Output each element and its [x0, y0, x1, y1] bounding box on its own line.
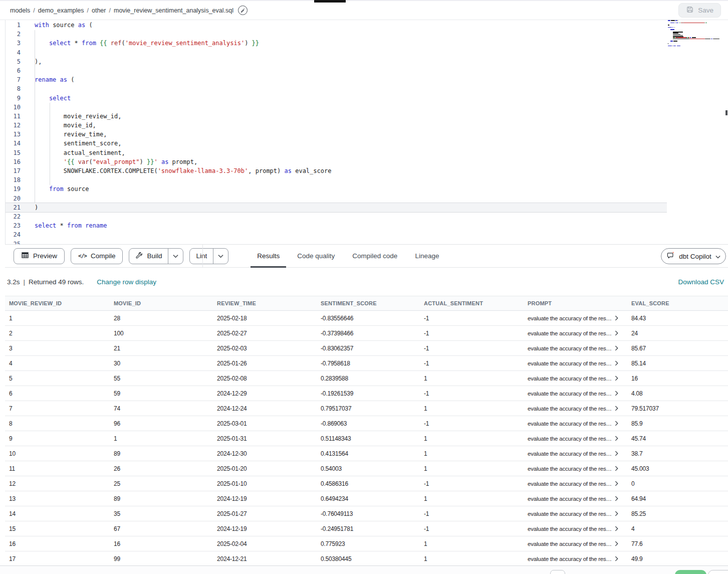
result-tabs: Results Code quality Compiled code Linea…: [251, 245, 450, 267]
code-line[interactable]: 2: [6, 30, 667, 39]
lint-dropdown-button[interactable]: [213, 249, 228, 264]
code-editor[interactable]: 1with source as (23 select * from {{ ref…: [5, 20, 728, 244]
line-number: 1: [6, 21, 21, 30]
prompt-cell: evaluate the accuracy of the res…: [524, 481, 627, 487]
code-line[interactable]: 22: [6, 212, 667, 221]
code-line[interactable]: 18: [6, 175, 667, 184]
code-line[interactable]: 23select * from rename: [6, 221, 667, 230]
bottom-partial-green-button[interactable]: [675, 570, 706, 574]
table-row: 912025-01-310.511483431evaluate the accu…: [5, 431, 728, 446]
prompt-preview-text: evaluate the accuracy of the res…: [528, 406, 612, 412]
tab-code-quality[interactable]: Code quality: [291, 245, 341, 267]
table-cell: 1: [5, 315, 110, 322]
code-line[interactable]: 5),: [6, 57, 667, 66]
build-dropdown-button[interactable]: [168, 249, 183, 264]
code-line[interactable]: 11 movie_review_id,: [6, 112, 667, 121]
prompt-expand-icon[interactable]: [615, 436, 618, 441]
lint-button[interactable]: Lint: [190, 249, 213, 264]
table-cell: 14: [5, 510, 110, 517]
prompt-expand-icon[interactable]: [615, 466, 618, 471]
save-button[interactable]: Save: [678, 3, 721, 18]
editor-scrollbar[interactable]: [725, 20, 728, 244]
prompt-expand-icon[interactable]: [615, 526, 618, 531]
bottom-partial-button[interactable]: [708, 570, 728, 574]
code-line[interactable]: 4: [6, 48, 667, 57]
copilot-file-icon[interactable]: [238, 6, 248, 15]
code-line[interactable]: 20: [6, 194, 667, 203]
code-line[interactable]: 7rename as (: [6, 75, 667, 84]
prompt-expand-icon[interactable]: [615, 406, 618, 411]
code-text: [21, 212, 35, 221]
preview-button[interactable]: Preview: [14, 248, 65, 264]
dbt-copilot-button[interactable]: dbt Copilot: [661, 248, 726, 264]
bottom-partial-button[interactable]: [550, 570, 565, 574]
code-line[interactable]: 16 '{{ var("eval_prompt") }}' as prompt,: [6, 157, 667, 166]
table-cell: 74: [110, 405, 213, 412]
build-label: Build: [147, 252, 162, 260]
code-line[interactable]: 25: [6, 240, 667, 245]
code-line[interactable]: 14 sentiment_score,: [6, 139, 667, 148]
download-csv-link[interactable]: Download CSV: [678, 278, 724, 286]
table-cell: 0.2839588: [317, 375, 420, 382]
code-line[interactable]: 21): [6, 203, 667, 212]
prompt-expand-icon[interactable]: [615, 556, 618, 561]
compile-button[interactable]: </> Compile: [71, 248, 123, 264]
column-header: PROMPT: [524, 300, 627, 306]
tab-compiled-code[interactable]: Compiled code: [346, 245, 404, 267]
copilot-chat-icon: [666, 251, 675, 261]
code-line[interactable]: 17 SNOWFLAKE.CORTEX.COMPLETE('snowflake-…: [6, 166, 667, 175]
table-header-row: MOVIE_REVIEW_IDMOVIE_IDREVIEW_TIMESENTIM…: [5, 296, 728, 311]
table-row: 1282025-02-18-0.83556646-1evaluate the a…: [5, 311, 728, 326]
scrollbar-handle[interactable]: [725, 110, 727, 115]
prompt-expand-icon[interactable]: [615, 421, 618, 426]
table-cell: 21: [110, 345, 213, 352]
table-cell: 4: [5, 360, 110, 367]
prompt-expand-icon[interactable]: [615, 451, 618, 456]
chevron-down-icon: [715, 253, 720, 260]
prompt-cell: evaluate the accuracy of the res…: [524, 345, 627, 351]
table-cell: 1: [420, 465, 524, 472]
code-line[interactable]: 1with source as (: [6, 21, 667, 30]
tab-results[interactable]: Results: [251, 245, 286, 267]
code-line[interactable]: 24: [6, 230, 667, 239]
prompt-cell: evaluate the accuracy of the res…: [524, 360, 627, 366]
line-number: 9: [6, 94, 21, 103]
prompt-expand-icon[interactable]: [615, 496, 618, 501]
prompt-expand-icon[interactable]: [615, 391, 618, 396]
column-header: SENTIMENT_SCORE: [317, 300, 420, 306]
prompt-expand-icon[interactable]: [615, 511, 618, 516]
code-line[interactable]: 3 select * from {{ ref('movie_review_sen…: [6, 39, 667, 48]
code-line[interactable]: 19 from source: [6, 184, 667, 194]
prompt-cell: evaluate the accuracy of the res…: [524, 466, 627, 472]
line-number: 12: [6, 121, 21, 130]
build-button[interactable]: Build: [129, 249, 168, 264]
prompt-expand-icon[interactable]: [615, 345, 618, 351]
code-line[interactable]: 13 review_time,: [6, 130, 667, 139]
code-text: select * from rename: [21, 221, 107, 230]
table-cell: 67: [110, 525, 213, 532]
code-line[interactable]: 12 movie_id,: [6, 121, 667, 130]
code-line[interactable]: 8: [6, 84, 667, 93]
code-lines[interactable]: 1with source as (23 select * from {{ ref…: [6, 20, 728, 244]
editor-minimap[interactable]: [668, 20, 724, 49]
breadcrumb-segment: demo_examples: [38, 7, 84, 14]
results-table: MOVIE_REVIEW_IDMOVIE_IDREVIEW_TIMESENTIM…: [5, 296, 728, 566]
prompt-expand-icon[interactable]: [615, 315, 618, 321]
table-cell: 26: [110, 465, 213, 472]
line-number: 4: [6, 48, 21, 57]
table-cell: 89: [110, 450, 213, 457]
eval-score-cell: 85.9: [627, 420, 728, 427]
change-row-display-link[interactable]: Change row display: [97, 278, 156, 286]
prompt-expand-icon[interactable]: [615, 330, 618, 336]
code-line[interactable]: 6: [6, 66, 667, 75]
prompt-expand-icon[interactable]: [615, 360, 618, 366]
eval-score-cell: 45.003: [627, 465, 728, 472]
tab-lineage[interactable]: Lineage: [408, 245, 445, 267]
prompt-expand-icon[interactable]: [615, 541, 618, 546]
prompt-expand-icon[interactable]: [615, 481, 618, 486]
code-line[interactable]: 9 select: [6, 94, 667, 103]
prompt-expand-icon[interactable]: [615, 375, 618, 381]
code-line[interactable]: 10: [6, 103, 667, 112]
code-line[interactable]: 15 actual_sentiment,: [6, 148, 667, 157]
copilot-label: dbt Copilot: [679, 253, 711, 260]
